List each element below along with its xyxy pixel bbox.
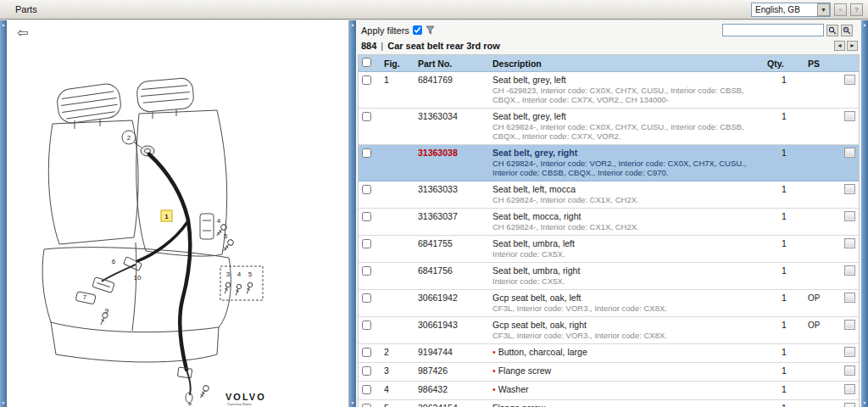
fig-cell — [381, 263, 415, 290]
select-all-checkbox[interactable] — [362, 58, 371, 67]
callout-5[interactable]: 5 — [224, 232, 228, 240]
scroll-up-icon[interactable]: ▲ — [349, 21, 356, 28]
row-checkbox[interactable] — [362, 385, 371, 394]
ps-image-icon[interactable] — [844, 265, 855, 276]
ps-image-icon[interactable] — [844, 75, 855, 85]
row-checkbox[interactable] — [362, 348, 371, 357]
chevron-down-icon[interactable]: ▼ — [817, 3, 830, 16]
ps-image-icon[interactable] — [844, 384, 855, 394]
qty-cell: 1 — [764, 344, 804, 363]
part-number[interactable]: 31363038 — [415, 145, 489, 181]
part-number[interactable]: 30661942 — [415, 290, 489, 317]
part-number[interactable]: 6841755 — [415, 236, 489, 263]
row-checkbox[interactable] — [362, 112, 371, 121]
callout-2[interactable]: 2 — [127, 134, 131, 142]
table-row[interactable]: 6841755 Seat belt, umbra, leftInterior c… — [359, 236, 859, 263]
ps-image-icon[interactable] — [844, 293, 855, 303]
ps-image-icon[interactable] — [844, 320, 855, 330]
ps-image-icon[interactable] — [844, 365, 855, 376]
callout-6[interactable]: 6 — [112, 258, 116, 265]
titlebar: Parts English, GB ▼ ▫ ? — [0, 0, 868, 20]
row-checkbox[interactable] — [362, 366, 371, 376]
row-checkbox[interactable] — [362, 185, 371, 194]
part-number[interactable]: 31363037 — [415, 209, 489, 236]
help-icon[interactable]: ? — [850, 3, 863, 16]
part-number[interactable]: 986432 — [415, 382, 489, 400]
part-number[interactable]: 987426 — [415, 363, 489, 382]
part-number[interactable]: 30624154 — [415, 400, 489, 407]
part-number[interactable]: 31363034 — [415, 109, 489, 145]
part-number[interactable]: 31363033 — [415, 181, 489, 209]
table-row[interactable]: 30661942 Gcp seat belt, oak, leftCF3L, I… — [359, 290, 859, 317]
right-scrollbar[interactable]: ▲ ▼ — [861, 20, 868, 407]
table-row[interactable]: 6841756 Seat belt, umbra, rightInterior … — [359, 263, 859, 290]
search-plus-icon[interactable] — [841, 25, 853, 36]
callout-9[interactable]: 9 — [105, 307, 109, 315]
row-checkbox[interactable] — [362, 75, 371, 85]
scroll-down-icon[interactable]: ▼ — [0, 399, 7, 406]
row-checkbox[interactable] — [362, 212, 371, 221]
row-checkbox[interactable] — [362, 148, 371, 158]
part-title: Flange screw — [498, 365, 551, 376]
table-row[interactable]: 4 986432 •Washer 1 — [359, 382, 859, 400]
ps-image-icon[interactable] — [844, 111, 855, 121]
callout-3[interactable]: 3 — [226, 270, 231, 278]
qty-cell: 1 — [764, 400, 804, 407]
breadcrumb-separator: | — [381, 41, 383, 51]
window-icon[interactable]: ▫ — [834, 3, 847, 16]
row-checkbox[interactable] — [362, 293, 371, 303]
table-row[interactable]: 31363033 Seat belt, left, moccaCH 629824… — [359, 181, 859, 209]
backrest-left — [48, 120, 138, 244]
table-row-selected[interactable]: 31363038 Seat belt, grey, rightCH 629824… — [359, 145, 859, 181]
scroll-up-icon[interactable]: ▲ — [0, 21, 7, 28]
table-row[interactable]: 31363034 Seat belt, grey, leftCH 629824-… — [359, 109, 859, 145]
callout-10[interactable]: 10 — [134, 274, 142, 282]
search-input[interactable] — [722, 24, 824, 36]
part-number[interactable]: 6841769 — [415, 72, 489, 109]
ps-image-icon[interactable] — [844, 347, 855, 357]
row-checkbox[interactable] — [362, 239, 371, 248]
part-number[interactable]: 6841756 — [415, 263, 489, 290]
callout-4b[interactable]: 4 — [237, 270, 242, 278]
ps-image-icon[interactable] — [844, 184, 855, 194]
group-number: 884 — [361, 41, 376, 51]
table-row[interactable]: 2 9194744 •Button, charcoal, large 1 — [359, 344, 859, 363]
row-checkbox[interactable] — [362, 266, 371, 276]
part-title: Seat belt, umbra, right — [492, 265, 580, 276]
bullet: • — [492, 365, 496, 376]
ps-image-icon[interactable] — [844, 403, 855, 407]
apply-filters-checkbox[interactable] — [413, 25, 422, 35]
ps-image-icon[interactable] — [844, 238, 855, 248]
part-subtitle: Interior code: CX5X. — [492, 276, 760, 286]
ps-image-icon[interactable] — [844, 211, 855, 221]
callout-5b[interactable]: 5 — [248, 270, 253, 278]
fig-cell — [381, 181, 415, 209]
row-checkbox[interactable] — [362, 321, 371, 330]
callout-8[interactable]: 8 — [188, 401, 192, 405]
part-number[interactable]: 30661943 — [415, 317, 489, 344]
headrest-left — [56, 82, 123, 125]
table-row[interactable]: 5 30624154 Flange screwCH 569912-, M10x2… — [359, 400, 859, 407]
scroll-up-icon[interactable]: ▲ — [861, 21, 868, 28]
language-select[interactable]: English, GB ▼ — [751, 3, 831, 17]
bullet: • — [492, 384, 496, 394]
table-row[interactable]: 31363037 Seat belt, mocca, rightCH 62982… — [359, 209, 859, 236]
part-number[interactable]: 9194744 — [415, 344, 489, 363]
prev-page-button[interactable]: ◄ — [834, 41, 845, 51]
ps-image-icon[interactable] — [844, 148, 855, 158]
next-page-button[interactable]: ► — [847, 41, 858, 51]
row-checkbox[interactable] — [362, 404, 371, 407]
callout-4[interactable]: 4 — [217, 217, 221, 225]
table-row[interactable]: 3 987426 •Flange screw 1 — [359, 363, 859, 382]
qty-cell: 1 — [764, 317, 804, 344]
scroll-down-icon[interactable]: ▼ — [349, 399, 356, 406]
scroll-down-icon[interactable]: ▼ — [861, 399, 868, 406]
search-icon[interactable] — [826, 25, 838, 36]
left-scrollbar[interactable]: ▲ ▼ — [0, 20, 7, 407]
panel-splitter-scrollbar[interactable]: ▲ ▼ — [349, 20, 356, 407]
callout-7[interactable]: 7 — [83, 293, 87, 301]
callout-1[interactable]: 1 — [164, 213, 169, 220]
table-row[interactable]: 30661943 Gcp seat belt, oak, rightCF3L, … — [359, 317, 859, 344]
filter-icon[interactable] — [426, 25, 435, 35]
table-row[interactable]: 1 6841769 Seat belt, grey, leftCH -62982… — [359, 72, 859, 109]
